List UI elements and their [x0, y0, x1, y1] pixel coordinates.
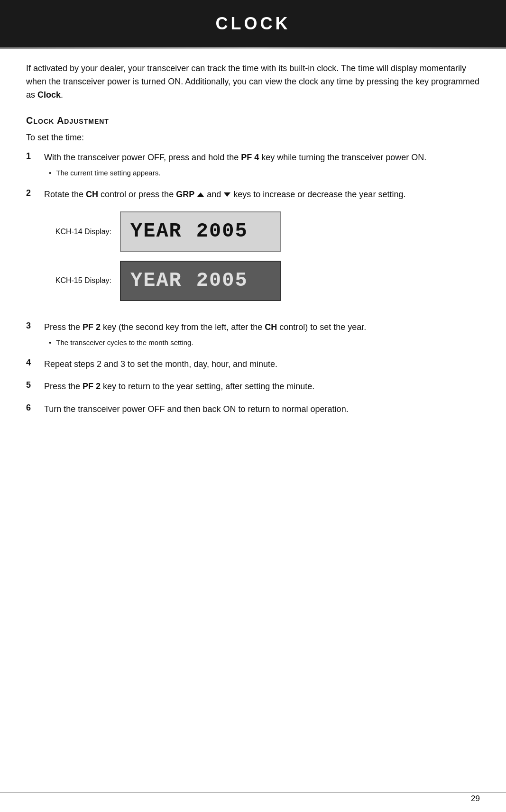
step-3-text-2: key (the second key from the left, after… [101, 322, 265, 332]
step-1-number: 1 [26, 151, 44, 161]
section-subtext: To set the time: [26, 133, 480, 143]
step-2-and: and [204, 190, 223, 199]
step-5-text-1: Press the [44, 382, 83, 391]
step-3-bullet-text: The transceiver cycles to the month sett… [56, 337, 193, 348]
step-3-content: Press the PF 2 key (the second key from … [44, 321, 480, 348]
step-4: 4 Repeat steps 2 and 3 to set the month,… [26, 358, 480, 371]
bullet-dot-3: • [49, 337, 51, 348]
kch14-year-label: YEAR [130, 216, 182, 247]
footer-line [0, 792, 506, 793]
step-2-arrow-up [194, 190, 204, 199]
step-5: 5 Press the PF 2 key to return to the ye… [26, 380, 480, 393]
step-2-content: Rotate the CH control or press the GRP a… [44, 188, 480, 311]
step-3-text-1: Press the [44, 322, 83, 332]
step-2-text-1: Rotate the [44, 190, 86, 199]
step-6-number: 6 [26, 403, 44, 413]
step-2-arrow-down-icon [224, 192, 230, 197]
step-3-text-3: control) to set the year. [277, 322, 366, 332]
step-5-number: 5 [26, 380, 44, 390]
intro-period: . [61, 90, 63, 100]
kch15-year-value: 2005 [196, 265, 248, 296]
step-6-text: Turn the transceiver power OFF and then … [44, 404, 349, 414]
intro-paragraph: If activated by your dealer, your transc… [26, 62, 480, 102]
kch14-label: KCH-14 Display: [44, 226, 120, 238]
step-5-text-2: key to return to the year setting, after… [101, 382, 314, 391]
display-row-kch15: KCH-15 Display: YEAR 2005 [44, 261, 480, 301]
step-3-bold-ch: CH [265, 322, 277, 332]
step-1-bullet-text: The current time setting appears. [56, 167, 160, 178]
step-3-bullet: • The transceiver cycles to the month se… [49, 337, 480, 348]
step-1-bullet: • The current time setting appears. [49, 167, 480, 179]
kch15-label: KCH-15 Display: [44, 275, 120, 287]
step-2: 2 Rotate the CH control or press the GRP… [26, 188, 480, 311]
kch15-screen: YEAR 2005 [120, 261, 281, 301]
step-5-bold-pf2: PF 2 [83, 382, 101, 391]
kch15-year-label: YEAR [130, 265, 182, 296]
page-title: CLOCK [216, 14, 291, 34]
step-1-text-before: With the transceiver power OFF, press an… [44, 153, 241, 162]
display-row-kch14: KCH-14 Display: YEAR 2005 [44, 211, 480, 252]
step-1-bold-pf4: PF 4 [241, 153, 259, 162]
bullet-dot-1: • [49, 167, 51, 179]
step-1: 1 With the transceiver power OFF, press … [26, 151, 480, 179]
step-4-text: Repeat steps 2 and 3 to set the month, d… [44, 359, 277, 369]
step-2-text-end: keys to increase or decrease the year se… [231, 190, 405, 199]
step-6-content: Turn the transceiver power OFF and then … [44, 403, 480, 416]
step-3-number: 3 [26, 321, 44, 331]
step-1-content: With the transceiver power OFF, press an… [44, 151, 480, 179]
header-divider [0, 47, 506, 49]
step-2-bold-ch: CH [86, 190, 98, 199]
kch14-year-value: 2005 [196, 216, 248, 247]
step-4-content: Repeat steps 2 and 3 to set the month, d… [44, 358, 480, 371]
section-heading: Clock Adjustment [26, 115, 480, 126]
step-5-content: Press the PF 2 key to return to the year… [44, 380, 480, 393]
header-bar: CLOCK [0, 0, 506, 47]
steps-list: 1 With the transceiver power OFF, press … [26, 151, 480, 417]
display-section: KCH-14 Display: YEAR 2005 KCH-15 Display… [44, 211, 480, 301]
step-4-number: 4 [26, 358, 44, 368]
step-2-text-2: control or press the [98, 190, 176, 199]
step-3-bold-pf2: PF 2 [83, 322, 101, 332]
page-number: 29 [471, 794, 480, 803]
step-3: 3 Press the PF 2 key (the second key fro… [26, 321, 480, 348]
intro-text: If activated by your dealer, your transc… [26, 64, 479, 100]
step-1-text-after: key while turning the transceiver power … [259, 153, 426, 162]
kch14-screen: YEAR 2005 [120, 211, 281, 252]
step-2-number: 2 [26, 188, 44, 198]
step-6: 6 Turn the transceiver power OFF and the… [26, 403, 480, 416]
main-content: If activated by your dealer, your transc… [0, 62, 506, 454]
intro-bold-clock: Clock [37, 90, 61, 100]
step-2-bold-grp: GRP [176, 190, 194, 199]
